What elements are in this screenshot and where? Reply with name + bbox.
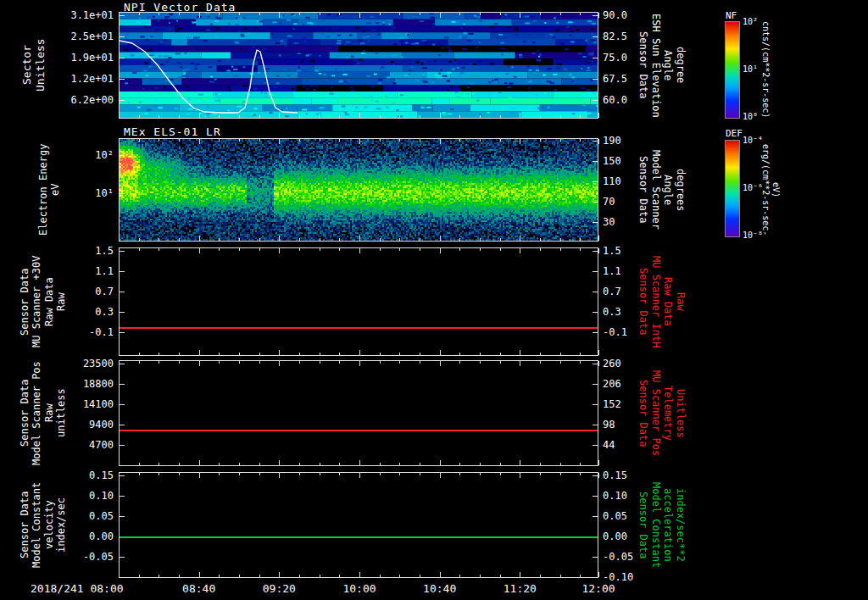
x-minor-tick-mark <box>339 361 340 364</box>
plot-screen: NPI Vector Data Sector Unitless Sensor D… <box>0 0 868 600</box>
x-minor-tick-mark <box>580 139 581 142</box>
colorbar-tick-label: 10² <box>743 17 758 26</box>
y-tick-mark <box>593 100 598 101</box>
y-tick-mark <box>593 425 598 425</box>
colorbar-def-title: DEF <box>726 128 743 139</box>
x-minor-tick-mark <box>580 353 581 355</box>
x-tick-mark <box>279 572 280 577</box>
x-minor-tick-mark <box>179 238 180 241</box>
panel-mu30v-left-label: Sensor Data MU Scanner +30V Raw Data Raw <box>19 247 68 356</box>
x-minor-tick-mark <box>380 575 381 577</box>
x-tick-mark <box>520 248 520 253</box>
x-minor-tick-mark <box>259 361 260 364</box>
constant-data-line <box>120 327 598 329</box>
panel-mu30v-plot <box>119 247 598 356</box>
y-tick-mark <box>120 496 125 497</box>
y-tick-mark <box>120 271 125 272</box>
x-tick-mark <box>598 473 599 478</box>
x-tick-mark <box>440 572 441 577</box>
x-tick-mark <box>199 13 200 18</box>
x-tick-mark <box>119 13 120 18</box>
x-tick-mark <box>440 460 441 465</box>
x-tick-mark <box>359 350 360 355</box>
x-minor-tick-mark <box>500 139 501 142</box>
x-minor-tick-mark <box>239 115 240 118</box>
panel-els-title: MEx ELS-01 LR <box>124 125 221 138</box>
y-axis-tick-label: 10² <box>32 149 114 161</box>
x-minor-tick-mark <box>239 473 240 475</box>
y-axis-tick-label: 0.3 <box>32 306 114 318</box>
y-tick-mark <box>593 222 598 223</box>
x-minor-tick-mark <box>219 238 220 241</box>
x-tick-mark <box>520 139 520 144</box>
y-axis-tick-label-right: 150 <box>603 155 654 167</box>
x-minor-tick-mark <box>139 361 140 364</box>
y-axis-tick-label: 0.7 <box>32 286 114 297</box>
y-axis-tick-label-right: 30 <box>603 216 654 228</box>
x-minor-tick-mark <box>139 139 140 142</box>
x-minor-tick-mark <box>259 13 260 15</box>
x-minor-tick-mark <box>480 463 481 465</box>
x-minor-tick-mark <box>339 463 340 465</box>
x-minor-tick-mark <box>219 473 220 475</box>
x-minor-tick-mark <box>459 115 460 118</box>
x-tick-mark <box>199 236 200 241</box>
x-minor-tick-mark <box>259 353 260 355</box>
x-minor-tick-mark <box>219 353 220 355</box>
x-minor-tick-mark <box>560 353 561 355</box>
x-minor-tick-mark <box>320 353 320 355</box>
x-minor-tick-mark <box>500 361 501 364</box>
x-tick-mark <box>598 236 599 241</box>
x-tick-mark <box>279 236 280 241</box>
x-axis-tick-label: 09:20 <box>263 582 296 595</box>
y-tick-mark <box>593 332 598 333</box>
x-tick-mark <box>199 572 200 577</box>
x-minor-tick-mark <box>580 248 581 251</box>
x-tick-mark <box>598 13 599 18</box>
x-minor-tick-mark <box>219 13 220 15</box>
x-minor-tick-mark <box>239 248 240 251</box>
y-axis-tick-label: 10¹ <box>32 187 114 199</box>
x-tick-mark <box>598 361 599 366</box>
x-minor-tick-mark <box>399 115 400 118</box>
x-tick-mark <box>119 361 120 366</box>
y-tick-mark <box>593 292 598 292</box>
x-tick-mark <box>520 572 520 577</box>
x-minor-tick-mark <box>399 248 400 251</box>
y-axis-tick-label-right: 70 <box>603 196 654 208</box>
colorbar-tick-label: 10⁻⁶ <box>743 183 763 192</box>
y-tick-mark <box>120 557 125 558</box>
x-tick-mark <box>279 139 280 144</box>
y-axis-tick-label-right: 190 <box>603 135 654 147</box>
y-axis-tick-label: 1.1 <box>32 265 114 277</box>
y-axis-tick-label-right: 0.15 <box>603 469 654 481</box>
x-minor-tick-mark <box>540 248 541 251</box>
x-minor-tick-mark <box>179 115 180 118</box>
x-minor-tick-mark <box>420 115 420 118</box>
x-minor-tick-mark <box>500 248 501 251</box>
x-minor-tick-mark <box>459 463 460 465</box>
x-minor-tick-mark <box>320 248 320 251</box>
x-minor-tick-mark <box>239 361 240 364</box>
colorbar-nf <box>725 21 740 119</box>
y-tick-mark <box>593 79 598 80</box>
x-minor-tick-mark <box>299 463 300 465</box>
x-minor-tick-mark <box>480 353 481 355</box>
x-minor-tick-mark <box>399 238 400 241</box>
x-minor-tick-mark <box>139 115 140 118</box>
x-minor-tick-mark <box>540 473 541 475</box>
x-minor-tick-mark <box>299 473 300 475</box>
x-minor-tick-mark <box>339 353 340 355</box>
x-tick-mark <box>199 460 200 465</box>
x-tick-mark <box>279 473 280 478</box>
x-minor-tick-mark <box>179 463 180 465</box>
y-tick-mark <box>593 364 598 364</box>
y-tick-mark <box>593 181 598 182</box>
x-minor-tick-mark <box>259 473 260 475</box>
x-minor-tick-mark <box>159 361 159 364</box>
x-minor-tick-mark <box>420 463 420 465</box>
x-minor-tick-mark <box>560 238 561 241</box>
x-minor-tick-mark <box>179 139 180 142</box>
y-axis-tick-label-right: 1.5 <box>603 245 654 257</box>
y-axis-tick-label-right: 0.00 <box>603 531 654 542</box>
